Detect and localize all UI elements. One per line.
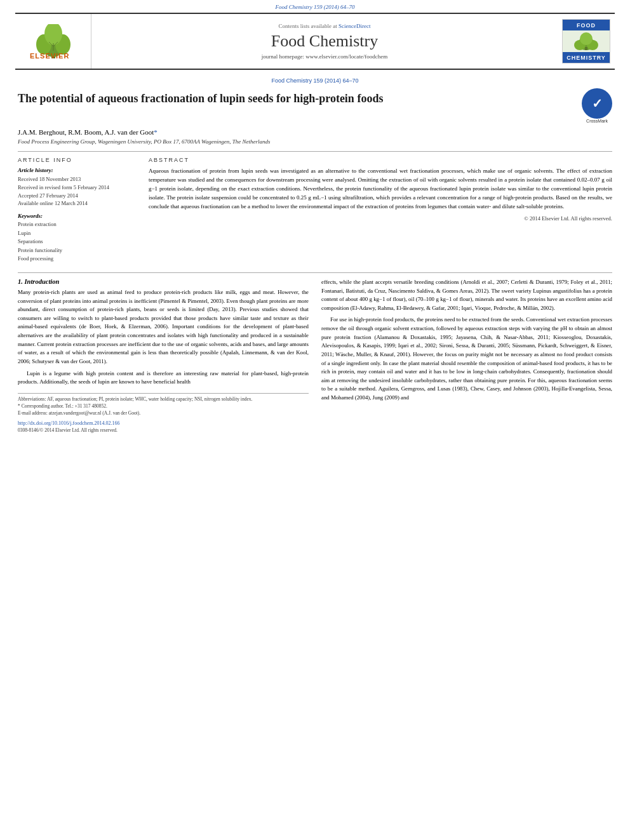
- article-citation: Food Chemistry 159 (2014) 64–70: [18, 77, 612, 84]
- abstract-column: ABSTRACT Aqueous fractionation of protei…: [149, 157, 612, 263]
- page: Food Chemistry 159 (2014) 64–70 ELSEVIER: [0, 0, 630, 840]
- divider-2: [18, 272, 612, 273]
- footnote-area: Abbreviations: AF, aqueous fractionation…: [18, 393, 309, 417]
- authors-line: J.A.M. Berghout, R.M. Boom, A.J. van der…: [18, 128, 612, 136]
- keyword-5: Food processing: [18, 255, 138, 263]
- logo-top-bar: FOOD: [563, 20, 610, 30]
- email-note: E-mail address: atzejan.vandergoot@wur.n…: [18, 410, 309, 417]
- doi-link[interactable]: http://dx.doi.org/10.1016/j.foodchem.201…: [18, 420, 309, 426]
- citation-bar: Food Chemistry 159 (2014) 64–70: [0, 0, 630, 13]
- crossmark-area: ✓ CrossMark: [582, 88, 612, 123]
- elsevier-tree-icon: ELSEVIER: [25, 24, 82, 59]
- keyword-3: Separations: [18, 237, 138, 246]
- copyright-line: © 2014 Elsevier Ltd. All rights reserved…: [149, 215, 612, 222]
- svg-point-12: [580, 32, 593, 45]
- main-body-section: 1. Introduction Many protein-rich plants…: [18, 278, 612, 434]
- available-date: Available online 12 March 2014: [18, 199, 138, 208]
- history-label: Article history:: [18, 167, 138, 173]
- svg-rect-13: [585, 47, 587, 50]
- received-date: Received 18 November 2013: [18, 175, 138, 183]
- intro-heading: 1. Introduction: [18, 278, 309, 285]
- journal-title-area: Contents lists available at ScienceDirec…: [91, 14, 558, 69]
- keyword-2: Lupin: [18, 229, 138, 238]
- right-para-2: For use in high-protein food products, t…: [321, 316, 612, 402]
- affiliation-text: Food Process Engineering Group, Wagening…: [18, 138, 612, 145]
- abstract-text: Aqueous fractionation of protein from lu…: [149, 167, 612, 211]
- abbreviations-note: Abbreviations: AF, aqueous fractionation…: [18, 396, 309, 403]
- corresponding-note: * Corresponding author. Tel.: +31 317 48…: [18, 403, 309, 410]
- accepted-date: Accepted 27 February 2014: [18, 192, 138, 200]
- article-title: The potential of aqueous fractionation o…: [18, 91, 494, 106]
- issn-line: 0308-8146/© 2014 Elsevier Ltd. All right…: [18, 427, 309, 433]
- logo-plant-icon: [567, 32, 605, 50]
- sciencedirect-line: Contents lists available at ScienceDirec…: [279, 23, 371, 29]
- keyword-1: Protein extraction: [18, 220, 138, 229]
- left-body-column: 1. Introduction Many protein-rich plants…: [18, 278, 309, 434]
- keywords-label: Keywords:: [18, 213, 138, 219]
- food-chemistry-logo: FOOD CHEMISTRY: [562, 19, 610, 63]
- citation-text: Food Chemistry 159 (2014) 64–70: [276, 4, 355, 10]
- logo-bottom-bar: CHEMISTRY: [563, 52, 610, 63]
- logo-mid-area: [563, 30, 610, 52]
- article-area: Food Chemistry 159 (2014) 64–70 The pote…: [0, 70, 630, 441]
- revised-date: Received in revised form 5 February 2014: [18, 183, 138, 192]
- article-info-label: ARTICLE INFO: [18, 157, 138, 163]
- abstract-label: ABSTRACT: [149, 157, 612, 163]
- article-info-column: ARTICLE INFO Article history: Received 1…: [18, 157, 138, 263]
- journal-header: ELSEVIER Contents lists available at Sci…: [15, 13, 615, 70]
- right-body-column: effects, while the plant accepts versati…: [321, 278, 612, 434]
- intro-para-1: Many protein-rich plants are used as ani…: [18, 288, 309, 366]
- elsevier-logo-area: ELSEVIER: [15, 14, 91, 69]
- intro-body: Many protein-rich plants are used as ani…: [18, 288, 309, 387]
- food-chemistry-logo-area: FOOD CHEMISTRY: [558, 14, 615, 69]
- right-para-1: effects, while the plant accepts versati…: [321, 278, 612, 313]
- right-body: effects, while the plant accepts versati…: [321, 278, 612, 403]
- crossmark-label: CrossMark: [586, 119, 608, 123]
- journal-title: Food Chemistry: [271, 32, 378, 51]
- crossmark-badge: ✓: [582, 88, 612, 119]
- svg-text:ELSEVIER: ELSEVIER: [30, 52, 69, 59]
- divider-1: [18, 151, 612, 152]
- info-abstract-section: ARTICLE INFO Article history: Received 1…: [18, 157, 612, 263]
- intro-para-2: Lupin is a legume with high protein cont…: [18, 370, 309, 387]
- corresponding-author-link[interactable]: *: [154, 128, 158, 136]
- journal-homepage: journal homepage: www.elsevier.com/locat…: [262, 53, 387, 60]
- keyword-4: Protein functionality: [18, 246, 138, 255]
- sciencedirect-link[interactable]: ScienceDirect: [338, 23, 370, 29]
